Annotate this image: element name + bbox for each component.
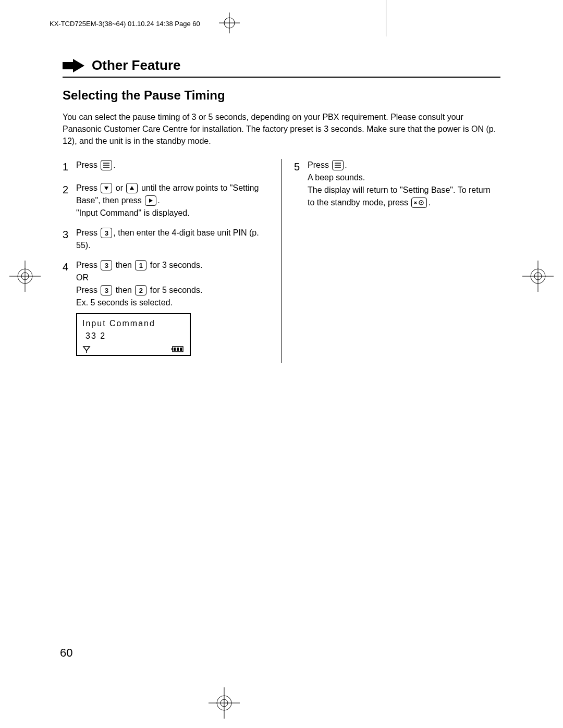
- page-content: Other Feature Selecting the Pause Timing…: [63, 57, 500, 363]
- menu-key-icon: [101, 160, 112, 170]
- power-key-icon: [411, 198, 427, 208]
- svg-marker-19: [104, 187, 108, 190]
- left-column: 1Press .2Press or until the arrow points…: [63, 159, 282, 363]
- step: 4Press 3 then 1 for 3 seconds.ORPress 3 …: [63, 259, 275, 356]
- registration-mark-top: [219, 13, 240, 33]
- svg-point-33: [421, 202, 422, 203]
- svg-marker-20: [130, 186, 134, 190]
- 1-key-icon: 1: [135, 260, 146, 270]
- svg-rect-25: [172, 348, 173, 350]
- lcd-line1: Input Command: [82, 317, 185, 330]
- up-key-icon: [126, 183, 138, 193]
- 3-key-icon: 3: [101, 285, 112, 295]
- svg-rect-26: [174, 348, 176, 351]
- lcd-line2: 33 2: [85, 330, 185, 342]
- step-number: 4: [63, 259, 76, 356]
- step-number: 1: [63, 159, 76, 175]
- step-number: 3: [63, 227, 76, 252]
- step: 3Press 3, then enter the 4-digit base un…: [63, 227, 275, 252]
- 2-key-icon: 2: [135, 285, 146, 295]
- print-header: KX-TCD725EM-3(38~64) 01.10.24 14:38 Page…: [50, 20, 200, 28]
- menu-key-icon: [332, 160, 344, 170]
- step: 1Press .: [63, 159, 275, 175]
- section-header: Other Feature: [63, 57, 500, 78]
- lcd-display: Input Command33 2: [76, 313, 191, 356]
- step-body: Press 3, then enter the 4-digit base uni…: [76, 227, 275, 252]
- subtitle: Selecting the Pause Timing: [63, 88, 500, 103]
- step: 5Press .A beep sounds.The display will r…: [294, 159, 494, 209]
- battery-icon: [171, 346, 185, 353]
- right-column: 5Press .A beep sounds.The display will r…: [282, 159, 500, 363]
- step-body: Press .: [76, 159, 275, 175]
- svg-marker-21: [149, 199, 153, 203]
- page-number: 60: [60, 646, 72, 660]
- registration-mark-bottom: [209, 687, 240, 719]
- svg-rect-28: [180, 348, 182, 351]
- trim-line-top: [386, 0, 386, 36]
- step-number: 2: [63, 182, 76, 219]
- antenna-icon: [82, 346, 91, 353]
- down-key-icon: [101, 183, 112, 193]
- intro-paragraph: You can select the pause timing of 3 or …: [63, 111, 500, 147]
- step: 2Press or until the arrow points to "Set…: [63, 182, 275, 219]
- 3-key-icon: 3: [101, 260, 112, 270]
- right-key-icon: [145, 195, 156, 206]
- registration-mark-left: [9, 261, 41, 292]
- step-body: Press 3 then 1 for 3 seconds.ORPress 3 t…: [76, 259, 275, 356]
- step-body: Press .A beep sounds.The display will re…: [308, 159, 494, 209]
- step-body: Press or until the arrow points to "Sett…: [76, 182, 275, 219]
- 3-key-icon: 3: [101, 228, 112, 238]
- registration-mark-right: [522, 261, 554, 292]
- step-number: 5: [294, 159, 308, 209]
- svg-rect-27: [177, 348, 179, 351]
- svg-marker-15: [63, 59, 84, 72]
- section-arrow-icon: [63, 59, 84, 72]
- svg-marker-22: [83, 347, 90, 351]
- section-title: Other Feature: [92, 57, 181, 73]
